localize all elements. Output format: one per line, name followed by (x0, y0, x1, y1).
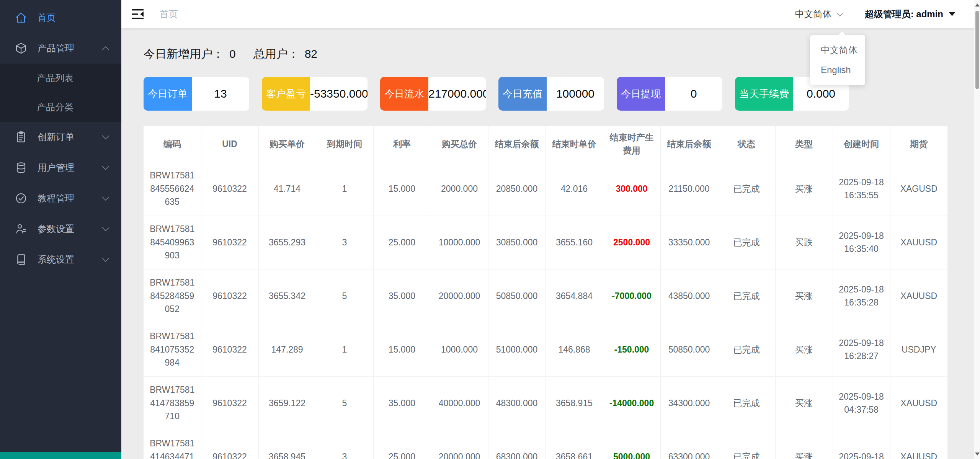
language-option-zh[interactable]: 中文简体 (810, 40, 865, 60)
clipboard-icon (15, 131, 28, 144)
admin-menu[interactable]: 超级管理员: admin (865, 8, 956, 20)
vertical-scrollbar[interactable] (974, 0, 980, 459)
orders-table: 编码UID购买单价到期时间利率购买总价结束后余额结束时单价结束时产生费用结束后余… (144, 126, 947, 459)
cell-code: BRW17581841075352984 (144, 323, 201, 376)
chevron-down-icon (101, 135, 110, 140)
language-option-en[interactable]: English (810, 60, 865, 80)
breadcrumb[interactable]: 首页 (160, 8, 178, 20)
cell-created-at: 2025-09-18 16:28:27 (833, 323, 890, 376)
cell-status: 已完成 (718, 216, 775, 269)
sidebar-collapse-icon[interactable] (132, 9, 145, 20)
cell-expire-time: 1 (316, 162, 373, 216)
cell-buy-price: 147.289 (258, 323, 316, 376)
column-header: UID (201, 126, 258, 162)
topbar-right: 中文简体 超级管理员: admin (795, 8, 956, 20)
language-label: 中文简体 (795, 8, 832, 20)
sidebar-item-tutorial[interactable]: 教程管理 (0, 183, 121, 214)
cell-buy-total: 10000.000 (431, 216, 488, 269)
cell-status: 已完成 (718, 376, 775, 430)
cell-expire-time: 5 (316, 376, 373, 430)
sidebar-item-label: 首页 (38, 11, 110, 24)
stat-card-label: 今日充值 (498, 77, 547, 111)
cell-futures: USDJPY (890, 323, 947, 376)
new-users-stat: 今日新增用户： 0 (144, 46, 236, 62)
column-header: 利率 (373, 126, 431, 162)
cell-futures: XAUUSD (890, 269, 947, 323)
table-row: BRW1758184540996390396103223655.293325.0… (144, 216, 947, 269)
cell-uid: 9610322 (201, 162, 258, 216)
total-users-value: 82 (305, 47, 317, 60)
sidebar-item-home[interactable]: 首页 (0, 2, 121, 33)
database-icon (15, 161, 28, 174)
stat-card-value: -53350.000 (310, 77, 368, 111)
sidebar-item-label: 用户管理 (38, 162, 101, 174)
cell-expire-time: 5 (316, 269, 373, 323)
column-header: 购买单价 (258, 126, 316, 162)
sidebar-item-label: 产品管理 (38, 42, 101, 54)
cell-futures: XAUUSD (890, 430, 947, 459)
cell-uid: 9610322 (201, 216, 258, 269)
column-header: 创建时间 (833, 126, 890, 162)
sidebar-item-product[interactable]: 产品管理 (0, 33, 121, 64)
cell-futures: XAGUSD (890, 162, 947, 216)
cell-buy-price: 3655.342 (258, 269, 316, 323)
cell-buy-price: 41.714 (258, 162, 316, 216)
sidebar-item-product-category[interactable]: 产品分类 (0, 93, 121, 122)
sidebar-item-label: 教程管理 (38, 192, 101, 204)
chevron-down-icon (101, 227, 110, 232)
cell-type: 买涨 (775, 162, 833, 216)
sidebar-item-label: 参数设置 (38, 223, 101, 235)
stat-card-label: 客户盈亏 (262, 77, 310, 111)
home-icon (15, 11, 28, 24)
cell-end-price: 3658.915 (546, 376, 603, 430)
stat-card-1: 客户盈亏-53350.000 (262, 77, 368, 111)
cell-rate: 15.000 (373, 323, 431, 376)
cell-end-fee: 300.000 (603, 162, 660, 216)
cell-uid: 9610322 (201, 376, 258, 430)
cell-balance-after: 50850.000 (488, 269, 546, 323)
cell-code: BRW17581414783859710 (144, 376, 201, 430)
language-selector[interactable]: 中文简体 (795, 8, 843, 20)
cell-end-price: 146.868 (546, 323, 603, 376)
stat-card-4: 今日提现0 (617, 77, 722, 111)
sidebar-item-system[interactable]: 系统设置 (0, 244, 121, 275)
table-body: BRW17581845556624635961032241.714115.000… (144, 162, 947, 459)
stat-card-label: 今日流水 (380, 77, 428, 111)
column-header: 购买总价 (431, 126, 488, 162)
cell-status: 已完成 (718, 269, 775, 323)
column-header: 结束时产生费用 (603, 126, 660, 162)
scroll-up-icon[interactable] (975, 3, 980, 7)
sidebar-item-innovation-order[interactable]: 创新订单 (0, 122, 121, 152)
cell-futures: XAUUSD (890, 376, 947, 430)
stat-card-value: 0 (665, 77, 722, 111)
cell-end-fee: -150.000 (603, 323, 660, 376)
sidebar: 首页产品管理产品列表产品分类创新订单用户管理教程管理参数设置系统设置 (0, 0, 121, 459)
cell-rate: 15.000 (373, 162, 431, 216)
total-users-label: 总用户： (253, 46, 299, 62)
cell-balance-after: 68300.000 (488, 430, 546, 459)
column-header: 编码 (144, 126, 201, 162)
stat-card-value: 13 (192, 77, 249, 111)
sidebar-item-user[interactable]: 用户管理 (0, 152, 121, 183)
table-row: BRW17581845556624635961032241.714115.000… (144, 162, 947, 216)
column-header: 期货 (890, 126, 947, 162)
sidebar-item-product-list[interactable]: 产品列表 (0, 64, 121, 93)
main-content: 今日新增用户： 0 总用户： 82 今日订单13客户盈亏-53350.000今日… (121, 28, 980, 459)
cell-status: 已完成 (718, 162, 775, 216)
column-header: 到期时间 (316, 126, 373, 162)
sidebar-item-params[interactable]: 参数设置 (0, 214, 121, 244)
cell-balance-after: 51000.000 (488, 323, 546, 376)
cell-end-fee: -7000.000 (603, 269, 660, 323)
scroll-down-icon[interactable] (975, 452, 980, 456)
column-header: 类型 (775, 126, 833, 162)
cell-end-balance: 33350.000 (660, 216, 718, 269)
cell-buy-price: 3658.945 (258, 430, 316, 459)
cell-balance-after: 20850.000 (488, 162, 546, 216)
table-header-row: 编码UID购买单价到期时间利率购买总价结束后余额结束时单价结束时产生费用结束后余… (144, 126, 947, 162)
column-header: 结束后余额 (488, 126, 546, 162)
scrollbar-thumb[interactable] (975, 11, 979, 89)
cell-expire-time: 1 (316, 323, 373, 376)
cell-created-at: 2025-09-18 04:37:58 (833, 376, 890, 430)
cell-end-price: 42.016 (546, 162, 603, 216)
table-row: BRW175814146344714296103223658.945325.00… (144, 430, 947, 459)
